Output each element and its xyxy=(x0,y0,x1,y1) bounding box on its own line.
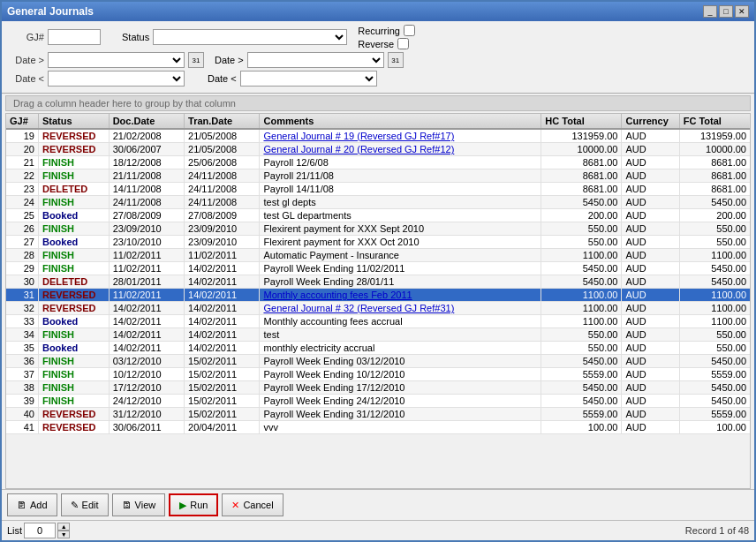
date2-gt-label: Date > xyxy=(215,55,244,65)
cell-gj: 29 xyxy=(6,262,38,275)
cancel-icon: ✕ xyxy=(231,500,239,511)
table-row[interactable]: 39 FINISH 24/12/2010 15/02/2011 Payroll … xyxy=(6,395,750,408)
list-spin-down[interactable]: ▼ xyxy=(57,531,70,538)
comment-link[interactable]: Monthly accounting fees Feb 2011 xyxy=(263,290,412,300)
cell-status: FINISH xyxy=(38,156,109,169)
cell-fctotal: 1100.00 xyxy=(679,302,750,315)
date2-lt-select[interactable] xyxy=(240,71,377,87)
col-header-docdate[interactable]: Doc.Date xyxy=(109,114,184,129)
cell-currency: AUD xyxy=(622,342,679,355)
close-button[interactable]: ✕ xyxy=(735,5,749,18)
comment-link[interactable]: General Journal # 32 (Reversed GJ Ref#31… xyxy=(263,303,454,313)
cell-status: REVERSED xyxy=(38,302,109,315)
cell-trandate: 24/11/2008 xyxy=(185,183,260,196)
comment-link[interactable]: General Journal # 20 (Reversed GJ Ref#12… xyxy=(263,144,454,154)
table-row[interactable]: 20 REVERSED 30/06/2007 21/05/2008 Genera… xyxy=(6,143,750,156)
col-header-currency[interactable]: Currency xyxy=(622,114,679,129)
cell-hctotal: 5450.00 xyxy=(541,262,622,275)
recurring-area: Recurring Reverse xyxy=(358,25,415,49)
table-row[interactable]: 25 Booked 27/08/2009 27/08/2009 test GL … xyxy=(6,209,750,222)
cell-gj: 24 xyxy=(6,196,38,209)
status-select[interactable]: FINISH REVERSED DELETED Booked xyxy=(153,29,347,45)
minimize-button[interactable]: _ xyxy=(703,5,717,18)
grid-area: GJ# Status Doc.Date Tran.Date Comments H… xyxy=(5,113,751,489)
cell-docdate: 17/12/2010 xyxy=(109,381,184,395)
table-row[interactable]: 33 Booked 14/02/2011 14/02/2011 Monthly … xyxy=(6,315,750,328)
table-row[interactable]: 28 FINISH 11/02/2011 11/02/2011 Automati… xyxy=(6,249,750,262)
col-header-trandate[interactable]: Tran.Date xyxy=(185,114,260,129)
table-row[interactable]: 21 FINISH 18/12/2008 25/06/2008 Payroll … xyxy=(6,156,750,169)
add-button[interactable]: 🖹 Add xyxy=(7,493,57,516)
cell-hctotal: 5559.00 xyxy=(541,368,622,381)
cell-docdate: 30/06/2007 xyxy=(109,143,184,156)
cell-gj: 27 xyxy=(6,236,38,249)
cell-docdate: 28/01/2011 xyxy=(109,275,184,289)
list-spinner: ▲ ▼ xyxy=(57,523,70,538)
table-row[interactable]: 41 REVERSED 30/06/2011 20/04/2011 vvv 10… xyxy=(6,421,750,434)
table-row[interactable]: 40 REVERSED 31/12/2010 15/02/2011 Payrol… xyxy=(6,408,750,421)
col-header-status[interactable]: Status xyxy=(38,114,109,129)
comment-text: vvv xyxy=(263,422,278,433)
cell-fctotal: 10000.00 xyxy=(679,143,750,156)
table-row[interactable]: 32 REVERSED 14/02/2011 14/02/2011 Genera… xyxy=(6,302,750,315)
date-lt-select[interactable] xyxy=(48,71,185,87)
reverse-checkbox[interactable] xyxy=(397,38,409,49)
table-row[interactable]: 31 REVERSED 11/02/2011 14/02/2011 Monthl… xyxy=(6,289,750,302)
table-row[interactable]: 24 FINISH 24/11/2008 24/11/2008 test gl … xyxy=(6,196,750,209)
gj-input[interactable] xyxy=(48,29,101,45)
cell-hctotal: 550.00 xyxy=(541,328,622,342)
add-icon: 🖹 xyxy=(17,500,26,510)
col-header-comments[interactable]: Comments xyxy=(260,114,541,129)
table-row[interactable]: 19 REVERSED 21/02/2008 21/05/2008 Genera… xyxy=(6,129,750,143)
edit-button[interactable]: ✎ Edit xyxy=(61,493,109,516)
cell-status: FINISH xyxy=(38,381,109,395)
cell-hctotal: 550.00 xyxy=(541,222,622,236)
list-spin-up[interactable]: ▲ xyxy=(57,523,70,531)
table-row[interactable]: 27 Booked 23/10/2010 23/09/2010 Flexiren… xyxy=(6,236,750,249)
cell-hctotal: 200.00 xyxy=(541,209,622,222)
run-button[interactable]: ▶ Run xyxy=(169,493,218,516)
cancel-button[interactable]: ✕ Cancel xyxy=(222,493,283,516)
table-row[interactable]: 22 FINISH 21/11/2008 24/11/2008 Payroll … xyxy=(6,169,750,183)
table-row[interactable]: 23 DELETED 14/11/2008 24/11/2008 Payroll… xyxy=(6,183,750,196)
table-row[interactable]: 36 FINISH 03/12/2010 15/02/2011 Payroll … xyxy=(6,355,750,368)
cell-currency: AUD xyxy=(622,236,679,249)
cell-trandate: 24/11/2008 xyxy=(185,169,260,183)
restore-button[interactable]: □ xyxy=(719,5,733,18)
drag-hint: Drag a column header here to group by th… xyxy=(5,95,751,111)
list-input[interactable] xyxy=(24,523,56,538)
cell-hctotal: 1100.00 xyxy=(541,302,622,315)
col-header-fctotal[interactable]: FC Total xyxy=(679,114,750,129)
date2-gt-select[interactable] xyxy=(247,52,384,68)
cell-fctotal: 550.00 xyxy=(679,222,750,236)
date-gt-select[interactable] xyxy=(48,52,185,68)
table-row[interactable]: 35 Booked 14/02/2011 14/02/2011 monthly … xyxy=(6,342,750,355)
view-button[interactable]: 🖺 View xyxy=(112,493,166,516)
cell-hctotal: 5450.00 xyxy=(541,355,622,368)
table-row[interactable]: 34 FINISH 14/02/2011 14/02/2011 test 550… xyxy=(6,328,750,342)
date2-gt-calendar-button[interactable]: 31 xyxy=(388,52,404,68)
cell-comments: Payroll Week Ending 10/12/2010 xyxy=(260,368,541,381)
table-row[interactable]: 26 FINISH 23/09/2010 23/09/2010 Flexiren… xyxy=(6,222,750,236)
comment-text: Payroll Week Ending 31/12/2010 xyxy=(263,409,404,419)
col-header-hctotal[interactable]: HC Total xyxy=(541,114,622,129)
table-row[interactable]: 30 DELETED 28/01/2011 14/02/2011 Payroll… xyxy=(6,275,750,289)
date-gt-label: Date > xyxy=(9,55,44,65)
cell-fctotal: 5450.00 xyxy=(679,395,750,408)
cell-status: Booked xyxy=(38,342,109,355)
cell-gj: 36 xyxy=(6,355,38,368)
cell-hctotal: 550.00 xyxy=(541,342,622,355)
cell-gj: 39 xyxy=(6,395,38,408)
comment-link[interactable]: General Journal # 19 (Reversed GJ Ref#17… xyxy=(263,131,454,141)
cell-fctotal: 5450.00 xyxy=(679,381,750,395)
recurring-checkbox[interactable] xyxy=(404,25,415,36)
cell-comments: Payroll Week Ending 03/12/2010 xyxy=(260,355,541,368)
table-row[interactable]: 37 FINISH 10/12/2010 15/02/2011 Payroll … xyxy=(6,368,750,381)
comment-text: test GL departments xyxy=(263,210,351,221)
table-row[interactable]: 38 FINISH 17/12/2010 15/02/2011 Payroll … xyxy=(6,381,750,395)
col-header-gj[interactable]: GJ# xyxy=(6,114,38,129)
cell-comments: Payroll 12/6/08 xyxy=(260,156,541,169)
date-gt-calendar-button[interactable]: 31 xyxy=(188,52,204,68)
cell-currency: AUD xyxy=(622,289,679,302)
table-row[interactable]: 29 FINISH 11/02/2011 14/02/2011 Payroll … xyxy=(6,262,750,275)
